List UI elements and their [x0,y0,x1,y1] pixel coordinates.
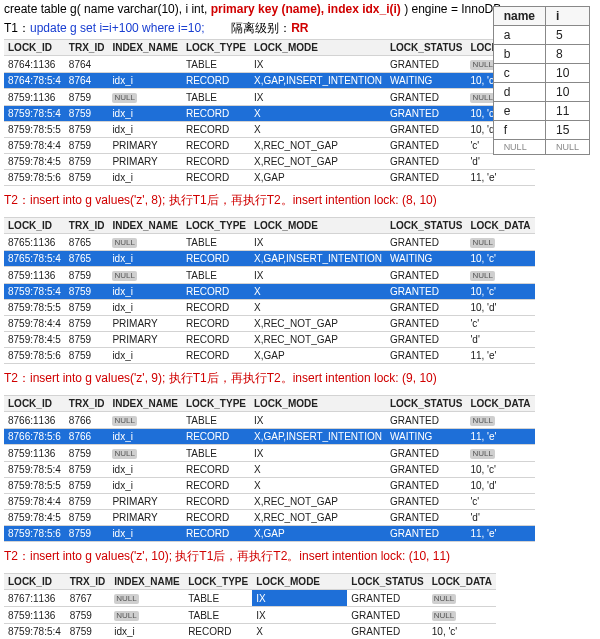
col-header: LOCK_MODE [250,218,386,234]
col-header: INDEX_NAME [108,218,182,234]
side-row: f15 [493,121,589,140]
col-header: INDEX_NAME [110,574,184,590]
lock-table: LOCK_IDTRX_IDINDEX_NAMELOCK_TYPELOCK_MOD… [4,395,535,542]
lock-row: 8759:11368759NULLTABLEIXGRANTEDNULL [4,267,535,284]
lock-row: 8759:78:4:48759PRIMARYRECORDX,REC_NOT_GA… [4,316,535,332]
lock-row: 8759:78:5:68759idx_iRECORDX,GAPGRANTED11… [4,170,535,186]
lock-row: 8759:78:5:48759idx_iRECORDXGRANTED10, 'c… [4,462,535,478]
col-header: LOCK_STATUS [386,40,466,56]
t2-statement: T2：insert into g values('z', 8); 执行T1后，再… [0,186,600,217]
col-header: TRX_ID [65,218,109,234]
lock-row: 8767:11368767NULLTABLEIXGRANTEDNULL [4,590,496,607]
lock-row: 8766:11368766NULLTABLEIXGRANTEDNULL [4,412,535,429]
lock-row: 8759:78:4:58759PRIMARYRECORDX,REC_NOT_GA… [4,510,535,526]
col-header: LOCK_MODE [252,574,347,590]
col-header: TRX_ID [65,40,109,56]
lock-row: 8759:78:4:48759PRIMARYRECORDX,REC_NOT_GA… [4,494,535,510]
lock-row: 8759:78:5:58759idx_iRECORDXGRANTED10, 'd… [4,122,535,138]
lock-row: 8759:11368759NULLTABLEIXGRANTEDNULL [4,607,496,624]
side-row: b8 [493,45,589,64]
col-header: LOCK_DATA [466,218,534,234]
lock-table: LOCK_IDTRX_IDINDEX_NAMELOCK_TYPELOCK_MOD… [4,573,496,639]
lock-row: 8765:78:5:48765idx_iRECORDX,GAP,INSERT_I… [4,251,535,267]
lock-row: 8759:78:5:48759idx_iRECORDXGRANTED10, 'c… [4,624,496,640]
lock-row: 8759:11368759NULLTABLEIXGRANTEDNULL [4,445,535,462]
col-header: LOCK_TYPE [182,396,250,412]
lock-row: 8766:78:5:68766idx_iRECORDX,GAP,INSERT_I… [4,429,535,445]
col-header: LOCK_ID [4,218,65,234]
t2-statement: T2：insert into g values('z', 9); 执行T1后，再… [0,364,600,395]
col-header: LOCK_TYPE [184,574,252,590]
lock-row: 8759:78:5:58759idx_iRECORDXGRANTED10, 'd… [4,300,535,316]
side-row: a5 [493,26,589,45]
lock-row: 8759:78:5:48759idx_iRECORDXGRANTED10, 'c… [4,284,535,300]
lock-row: 8764:11368764TABLEIXGRANTEDNULL [4,56,535,73]
col-header: LOCK_TYPE [182,218,250,234]
col-header: LOCK_ID [4,396,65,412]
col-header: LOCK_STATUS [386,396,466,412]
lock-row: 8759:78:5:68759idx_iRECORDX,GAPGRANTED11… [4,348,535,364]
side-row: c10 [493,64,589,83]
col-header: INDEX_NAME [108,396,182,412]
col-header: LOCK_MODE [250,396,386,412]
t2-statement: T2：insert into g values('z', 10); 执行T1后，… [0,542,600,573]
col-header: TRX_ID [66,574,111,590]
col-header: LOCK_ID [4,574,66,590]
side-row: e11 [493,102,589,121]
col-header: LOCK_DATA [466,396,534,412]
data-table-g: name i a5b8c10d10e11f15NULLNULL [493,6,590,155]
side-col-i: i [545,7,589,26]
col-header: TRX_ID [65,396,109,412]
col-header: LOCK_STATUS [386,218,466,234]
col-header: LOCK_STATUS [347,574,427,590]
col-header: LOCK_DATA [428,574,496,590]
col-header: LOCK_MODE [250,40,386,56]
lock-table: LOCK_IDTRX_IDINDEX_NAMELOCK_TYPELOCK_MOD… [4,39,535,186]
lock-row: 8759:78:4:48759PRIMARYRECORDX,REC_NOT_GA… [4,138,535,154]
lock-row: 8759:78:5:68759idx_iRECORDX,GAPGRANTED11… [4,526,535,542]
col-header: LOCK_ID [4,40,65,56]
lock-row: 8759:78:5:58759idx_iRECORDXGRANTED10, 'd… [4,478,535,494]
lock-row: 8764:78:5:48764idx_iRECORDX,GAP,INSERT_I… [4,73,535,89]
lock-row: 8759:78:4:58759PRIMARYRECORDX,REC_NOT_GA… [4,332,535,348]
side-row: d10 [493,83,589,102]
col-header: INDEX_NAME [108,40,182,56]
lock-row: 8765:11368765NULLTABLEIXGRANTEDNULL [4,234,535,251]
side-row-null: NULLNULL [493,140,589,155]
col-header: LOCK_TYPE [182,40,250,56]
lock-row: 8759:78:5:48759idx_iRECORDXGRANTED10, 'c… [4,106,535,122]
side-col-name: name [493,7,545,26]
lock-row: 8759:78:4:58759PRIMARYRECORDX,REC_NOT_GA… [4,154,535,170]
lock-row: 8759:11368759NULLTABLEIXGRANTEDNULL [4,89,535,106]
lock-table: LOCK_IDTRX_IDINDEX_NAMELOCK_TYPELOCK_MOD… [4,217,535,364]
